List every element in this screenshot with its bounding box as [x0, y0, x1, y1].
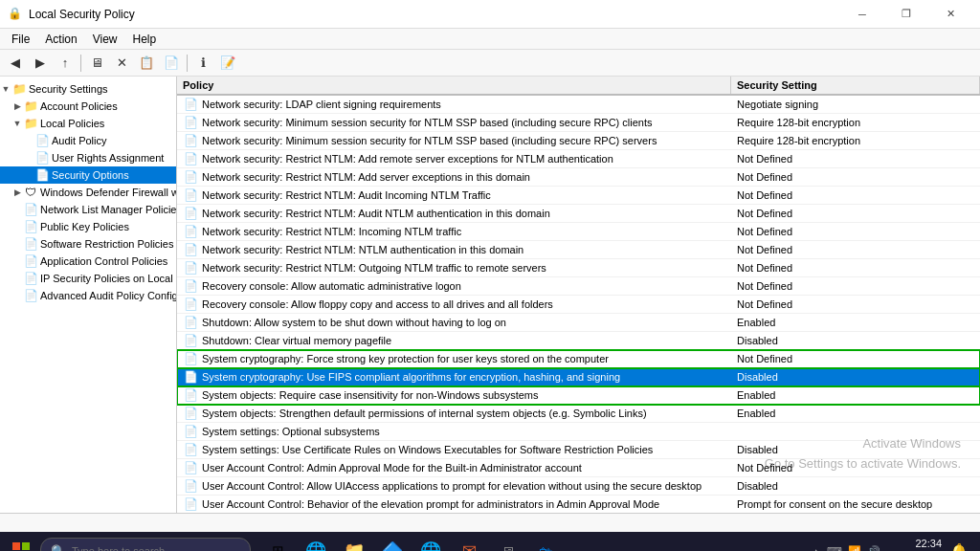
- policy-name: Network security: Minimum session securi…: [202, 135, 657, 146]
- expand-icon-security-options: [23, 169, 34, 181]
- table-row[interactable]: 📄 Network security: Restrict NTLM: Audit…: [177, 205, 980, 223]
- tree-item-app-control[interactable]: 📄 Application Control Policies: [0, 253, 176, 270]
- cell-setting: Disabled: [731, 334, 980, 347]
- vs-button[interactable]: 🔷: [375, 534, 410, 551]
- table-row[interactable]: 📄 Network security: Minimum session secu…: [177, 132, 980, 150]
- back-button[interactable]: ◀: [4, 53, 27, 74]
- menu-action[interactable]: Action: [37, 31, 84, 48]
- table-row[interactable]: 📄 User Account Control: Behavior of the …: [177, 496, 980, 513]
- table-row[interactable]: 📄 System objects: Require case insensiti…: [177, 386, 980, 405]
- menu-file[interactable]: File: [4, 31, 37, 48]
- folder-icon-app-control: 📄: [23, 253, 38, 269]
- close-button[interactable]: ✕: [928, 0, 972, 29]
- ie-button[interactable]: 🌐: [413, 534, 448, 551]
- table-row[interactable]: 📄 Recovery console: Allow automatic admi…: [177, 277, 980, 296]
- expand-icon-account-policies[interactable]: ▶: [11, 100, 23, 112]
- folder-icon-windows-firewall: 🛡: [23, 185, 38, 200]
- new-button[interactable]: 📄: [160, 53, 183, 74]
- policy-icon: 📄: [183, 351, 198, 366]
- up-button[interactable]: ↑: [54, 53, 77, 74]
- cell-setting: Prompt for consent on the secure desktop: [731, 497, 980, 511]
- table-row[interactable]: 📄 Network security: LDAP client signing …: [177, 96, 980, 114]
- table-row[interactable]: 📄 Network security: Restrict NTLM: Outgo…: [177, 259, 980, 277]
- taskview-button[interactable]: ⊞: [260, 534, 295, 551]
- forward-button[interactable]: ▶: [29, 53, 52, 74]
- tree-label-software-restriction: Software Restriction Policies: [40, 238, 173, 250]
- cell-policy: 📄 Shutdown: Allow system to be shut down…: [177, 314, 731, 331]
- properties-button[interactable]: 📋: [135, 53, 158, 74]
- expand-icon-security-settings[interactable]: ▼: [0, 83, 11, 95]
- tree-item-windows-firewall[interactable]: ▶ 🛡 Windows Defender Firewall with Adva.…: [0, 184, 176, 201]
- clock[interactable]: 22:34 12-04-2018: [888, 537, 942, 551]
- tree-item-network-list[interactable]: 📄 Network List Manager Policies: [0, 201, 176, 218]
- expand-icon-local-policies[interactable]: ▼: [11, 118, 23, 129]
- tree-label-ip-security: IP Security Policies on Local Compute...: [40, 273, 177, 284]
- policy-icon: 📄: [183, 169, 198, 185]
- tree-item-advanced-audit[interactable]: 📄 Advanced Audit Policy Configuration: [0, 287, 176, 304]
- table-body: 📄 Network security: LDAP client signing …: [177, 96, 980, 513]
- start-button[interactable]: [4, 534, 38, 551]
- restore-button[interactable]: ❐: [884, 0, 928, 29]
- table-row[interactable]: 📄 User Account Control: Admin Approval M…: [177, 459, 980, 477]
- expand-icon-windows-firewall[interactable]: ▶: [11, 187, 23, 198]
- secpol-taskbar[interactable]: 🖥: [490, 534, 524, 551]
- mail-button[interactable]: ✉: [452, 534, 486, 551]
- cell-setting: Disabled: [731, 443, 980, 456]
- cell-setting: Not Defined: [731, 225, 980, 238]
- edge-button[interactable]: 🌐: [299, 534, 333, 551]
- policy-name: Recovery console: Allow floppy copy and …: [202, 298, 553, 310]
- table-row[interactable]: 📄 Recovery console: Allow floppy copy an…: [177, 296, 980, 314]
- tree-label-security-options: Security Options: [52, 169, 129, 181]
- tree-item-account-policies[interactable]: ▶ 📁 Account Policies: [0, 98, 176, 115]
- table-row[interactable]: 📄 User Account Control: Allow UIAccess a…: [177, 477, 980, 496]
- right-panel: Policy Security Setting 📄 Network securi…: [177, 77, 980, 513]
- tree-item-ip-security[interactable]: 📄 IP Security Policies on Local Compute.…: [0, 270, 176, 287]
- cell-policy: 📄 Shutdown: Clear virtual memory pagefil…: [177, 332, 731, 349]
- table-row[interactable]: 📄 Shutdown: Clear virtual memory pagefil…: [177, 332, 980, 350]
- export-button[interactable]: 📝: [216, 53, 239, 74]
- status-bar: [0, 513, 980, 532]
- table-row[interactable]: 📄 System cryptography: Force strong key …: [177, 350, 980, 368]
- cell-policy: 📄 Network security: LDAP client signing …: [177, 96, 731, 113]
- policy-name: Network security: Restrict NTLM: Add rem…: [202, 153, 613, 165]
- folder-icon-public-keys: 📄: [23, 219, 38, 234]
- table-row[interactable]: 📄 Network security: Restrict NTLM: Add r…: [177, 150, 980, 168]
- taskbar-search[interactable]: 🔍: [40, 538, 251, 551]
- policy-table[interactable]: Policy Security Setting 📄 Network securi…: [177, 77, 980, 513]
- notifications-icon[interactable]: 🔔: [949, 542, 969, 552]
- tree-item-security-options[interactable]: 📄 Security Options: [0, 166, 176, 184]
- table-row[interactable]: 📄 Shutdown: Allow system to be shut down…: [177, 314, 980, 332]
- column-policy[interactable]: Policy: [177, 77, 731, 94]
- column-setting[interactable]: Security Setting: [731, 77, 980, 94]
- tray-expand[interactable]: ▲: [812, 546, 821, 552]
- tree-item-public-keys[interactable]: 📄 Public Key Policies: [0, 218, 176, 235]
- table-row[interactable]: 📄 Network security: Restrict NTLM: Add s…: [177, 168, 980, 187]
- info-button[interactable]: ℹ: [191, 53, 214, 74]
- search-input[interactable]: [72, 545, 240, 551]
- table-row[interactable]: 📄 Network security: Restrict NTLM: Audit…: [177, 187, 980, 205]
- delete-button[interactable]: ✕: [110, 53, 133, 74]
- menu-view[interactable]: View: [85, 31, 125, 48]
- tree-item-security-settings[interactable]: ▼ 📁 Security Settings: [0, 80, 176, 98]
- table-row[interactable]: 📄 Network security: Minimum session secu…: [177, 114, 980, 132]
- folder-icon-user-rights: 📄: [34, 150, 50, 165]
- store-button[interactable]: 🛍: [528, 534, 563, 551]
- table-row[interactable]: 📄 System cryptography: Use FIPS complian…: [177, 368, 980, 386]
- table-row[interactable]: 📄 System objects: Strengthen default per…: [177, 405, 980, 423]
- tree-item-local-policies[interactable]: ▼ 📁 Local Policies: [0, 115, 176, 132]
- minimize-button[interactable]: ─: [840, 0, 884, 29]
- table-row[interactable]: 📄 Network security: Restrict NTLM: NTLM …: [177, 241, 980, 259]
- explorer-button[interactable]: 📁: [337, 534, 371, 551]
- table-row[interactable]: 📄 System settings: Use Certificate Rules…: [177, 441, 980, 459]
- cell-policy: 📄 Recovery console: Allow floppy copy an…: [177, 296, 731, 313]
- cell-policy: 📄 System settings: Optional subsystems: [177, 423, 731, 440]
- tree-item-software-restriction[interactable]: 📄 Software Restriction Policies: [0, 235, 176, 253]
- tree-label-advanced-audit: Advanced Audit Policy Configuration: [40, 290, 177, 301]
- table-row[interactable]: 📄 Network security: Restrict NTLM: Incom…: [177, 223, 980, 241]
- show-hide-button[interactable]: 🖥: [85, 53, 108, 74]
- tree-item-user-rights[interactable]: 📄 User Rights Assignment: [0, 149, 176, 166]
- menu-help[interactable]: Help: [125, 31, 165, 48]
- table-row[interactable]: 📄 System settings: Optional subsystems: [177, 423, 980, 441]
- policy-icon: 📄: [183, 315, 198, 330]
- tree-item-audit-policy[interactable]: 📄 Audit Policy: [0, 132, 176, 149]
